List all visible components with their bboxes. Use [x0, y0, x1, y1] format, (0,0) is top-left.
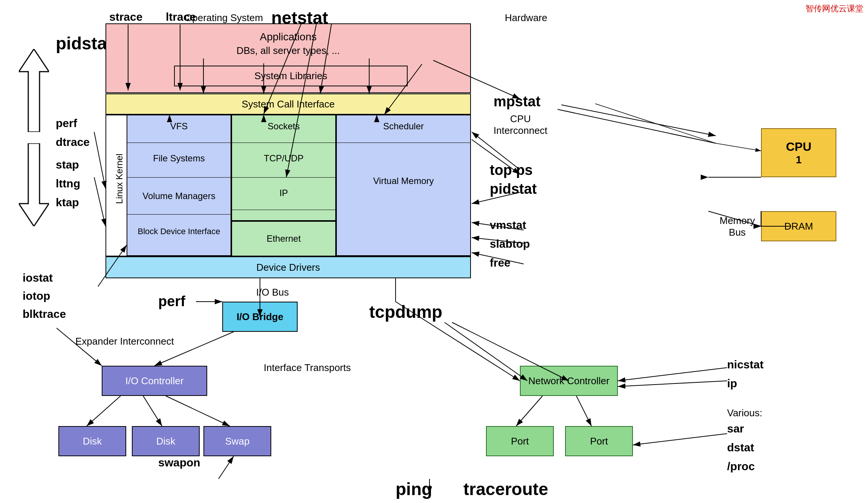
system-libraries-box: System Libraries	[174, 66, 408, 86]
syscall-layer: System Call Interface	[105, 94, 471, 115]
ip-tool-label: ip	[727, 377, 737, 390]
nicstat-label: nicstat	[727, 358, 764, 371]
io-controller-box: I/O Controller	[102, 366, 207, 396]
sar-label: sar	[727, 422, 744, 435]
cpu-text: CPU	[786, 140, 811, 154]
virtual-memory-text: Virtual Memory	[337, 176, 470, 186]
svg-line-41	[576, 396, 591, 426]
network-controller-box: Network Controller	[520, 366, 618, 396]
svg-marker-1	[19, 143, 49, 226]
sched-div	[336, 143, 471, 143]
svg-line-24	[716, 143, 761, 151]
tcpdump-label: tcpdump	[369, 302, 442, 322]
blktrace-label: blktrace	[23, 308, 66, 321]
svg-line-33	[143, 396, 162, 426]
up-arrow-svg	[19, 49, 49, 132]
stap-label: stap	[56, 158, 79, 171]
mpstat-label: mpstat	[494, 94, 541, 110]
ethernet-box: Ethernet	[231, 221, 336, 256]
linux-kernel-label: Linux Kernel	[114, 153, 125, 204]
svg-line-43	[618, 368, 727, 381]
svg-line-23	[595, 104, 716, 143]
proc-label: /proc	[727, 460, 755, 473]
svg-line-45	[633, 434, 727, 445]
perf-left-label: perf	[56, 117, 77, 130]
watermark: 智传网优云课堂	[805, 3, 863, 14]
vfs-div1	[127, 143, 231, 143]
svg-line-44	[618, 381, 727, 386]
svg-line-34	[166, 396, 230, 426]
port1-box: Port	[486, 426, 554, 456]
applications-layer: Applications DBs, all server types, ... …	[105, 23, 471, 93]
expander-label: Expander Interconnect	[75, 336, 174, 347]
svg-line-40	[516, 396, 542, 426]
volume-managers-text: Volume Managers	[127, 191, 231, 201]
traceroute-label: traceroute	[463, 479, 548, 499]
dtrace-label: dtrace	[56, 136, 90, 149]
net-div1	[231, 143, 336, 143]
top-ps-label: top ps	[490, 162, 533, 178]
drivers-layer: Device Drivers	[105, 256, 471, 278]
vfs-div3	[127, 214, 231, 215]
disk2-box: Disk	[132, 426, 200, 456]
various-label: Various:	[727, 407, 762, 419]
iotop-label: iotop	[23, 290, 50, 302]
down-arrow-svg	[19, 143, 49, 226]
swap-box: Swap	[203, 426, 271, 456]
vfs-col: VFS File Systems Volume Managers Block D…	[127, 115, 231, 256]
ping-label: ping	[396, 479, 432, 499]
svg-line-11	[561, 105, 716, 136]
applications-text: Applications	[106, 31, 470, 43]
cpu-interconnect-label: CPUCPU InterconnectInterconnect	[494, 113, 547, 136]
hardware-label: Hardware	[505, 12, 547, 24]
svg-line-32	[87, 396, 121, 426]
sockets-text: Sockets	[232, 121, 335, 132]
pidstat-arrow-up	[19, 49, 49, 133]
block-device-text: Block Device Interface	[127, 227, 231, 236]
disk1-box: Disk	[58, 426, 126, 456]
cpu-box: CPU 1	[761, 128, 836, 177]
svg-line-46	[219, 456, 234, 479]
strace-label: strace	[109, 11, 142, 23]
cpu-num: 1	[796, 154, 802, 166]
interface-transports-label: Interface Transports	[264, 362, 351, 374]
perf-io-label: perf	[158, 293, 185, 310]
net-div2	[231, 177, 336, 178]
io-bridge-box: I/O Bridge	[222, 302, 298, 332]
dram-box: DRAM	[761, 211, 836, 241]
ktap-label: ktap	[56, 196, 79, 209]
lttng-label: lttng	[56, 177, 80, 190]
pidstat-right-label: pidstat	[490, 181, 537, 197]
svg-line-38	[445, 322, 527, 381]
vfs-div2	[127, 177, 231, 178]
svg-line-12	[558, 109, 716, 143]
svg-line-25	[94, 132, 105, 189]
svg-marker-0	[19, 49, 49, 132]
scheduler-text: Scheduler	[337, 121, 470, 132]
vfs-text: VFS	[127, 121, 231, 132]
ltrace-label: ltrace	[166, 11, 196, 23]
operating-system-label: Operating System	[185, 12, 263, 24]
port2-box: Port	[565, 426, 633, 456]
iostat-label: iostat	[23, 271, 53, 284]
pidstat-left-label: pidstat	[56, 33, 113, 54]
pidstat-arrow-down	[19, 143, 49, 228]
filesystems-text: File Systems	[127, 153, 231, 164]
tcpudp-text: TCP/UDP	[232, 153, 335, 164]
vmstat-label: vmstat	[490, 219, 526, 232]
free-label: free	[490, 256, 510, 269]
swapon-label: swapon	[158, 456, 200, 469]
svg-line-26	[94, 177, 105, 226]
net-col: Sockets TCP/UDP IP	[231, 115, 336, 221]
memory-bus-label: MemoryBus	[720, 215, 755, 238]
slabtop-label: slabtop	[490, 238, 530, 250]
dstat-label: dstat	[727, 441, 754, 454]
sched-col: Scheduler Virtual Memory	[336, 115, 471, 256]
io-bus-label: I/O Bus	[256, 287, 289, 298]
ip-text: IP	[232, 188, 335, 198]
apps-sub-text: DBs, all server types, ...	[106, 45, 470, 57]
main-diagram: 智传网优云课堂 Operating System Hardware strace…	[0, 0, 868, 503]
net-div3	[231, 210, 336, 210]
